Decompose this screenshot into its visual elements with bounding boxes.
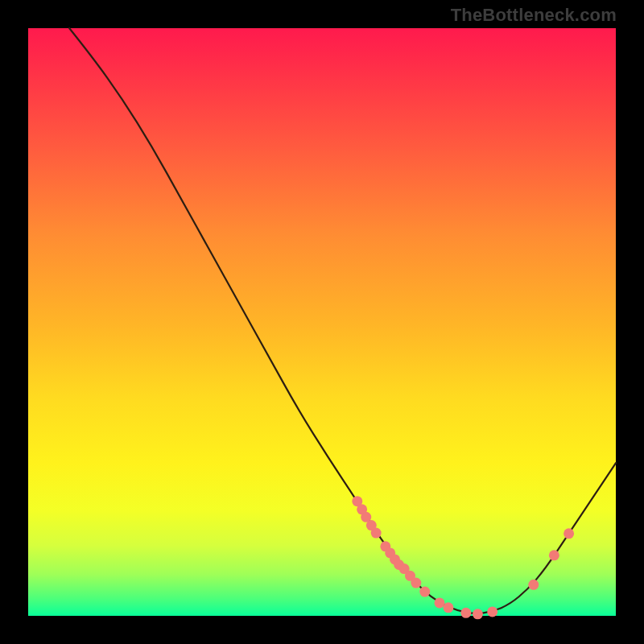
watermark-label: TheBottleneck.com xyxy=(451,5,617,26)
data-marker xyxy=(371,528,382,539)
data-marker xyxy=(411,578,421,588)
data-marker xyxy=(435,597,445,608)
plot-area xyxy=(28,28,616,616)
data-marker xyxy=(564,528,574,539)
chart-svg xyxy=(28,28,616,616)
data-marker xyxy=(528,580,539,590)
data-marker xyxy=(487,606,497,617)
data-marker xyxy=(443,602,453,613)
data-marker xyxy=(419,587,430,597)
data-marker xyxy=(460,608,471,618)
markers-group xyxy=(352,496,574,619)
data-marker xyxy=(473,609,483,619)
data-marker xyxy=(549,550,559,560)
chart-stage: TheBottleneck.com xyxy=(0,0,644,644)
bottleneck-curve xyxy=(69,28,616,613)
